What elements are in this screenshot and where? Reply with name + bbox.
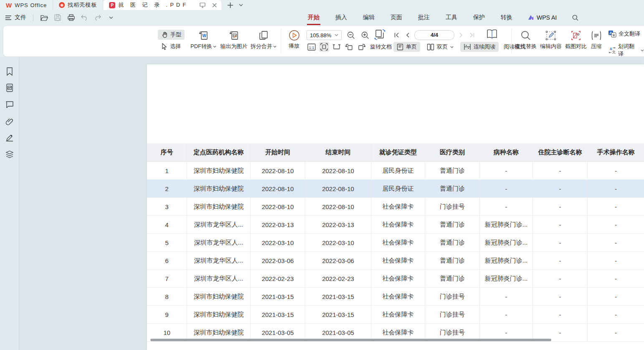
first-page-button[interactable]: [393, 30, 401, 40]
bookmark-panel-icon[interactable]: [5, 66, 15, 77]
table-cell: 社会保障卡: [371, 252, 425, 270]
quickbar-chevron-icon[interactable]: [107, 13, 115, 22]
table-row[interactable]: 4深圳市龙华区人...2022-03-132022-03-13社会保障卡普通门诊…: [147, 216, 644, 234]
table-cell: -: [588, 198, 644, 216]
pdf-page[interactable]: 序号定点医药机构名称开始时间结束时间就诊凭证类型医疗类别病种名称住院主诊断名称手…: [147, 64, 644, 350]
zoom-in-button[interactable]: [360, 30, 370, 40]
table-cell: 深圳市妇幼保健院: [187, 198, 251, 216]
rotate-doc-icon[interactable]: [373, 28, 387, 41]
table-cell: 2022-03-06: [305, 252, 371, 270]
tab-label: 找稻壳模板: [68, 1, 97, 9]
fit-page-button[interactable]: [319, 42, 329, 52]
split-merge-button[interactable]: 拆分合并: [250, 30, 277, 50]
compress-button[interactable]: 压缩: [588, 30, 605, 50]
screenshot-compare-label: 截图对比: [565, 43, 587, 50]
table-cell: 普通门诊: [425, 216, 480, 234]
actual-size-button[interactable]: 1:1: [307, 42, 317, 52]
table-row[interactable]: 7深圳市龙华区人...2022-02-232022-02-23社会保障卡普通门诊…: [147, 270, 644, 288]
table-cell: -: [588, 180, 644, 198]
table-row[interactable]: 3深圳市妇幼保健院2022-08-102022-08-10社会保障卡门诊挂号--…: [147, 198, 644, 216]
menu-item-tools[interactable]: 工具: [445, 13, 458, 22]
comment-panel-icon[interactable]: [5, 100, 15, 110]
redo-icon[interactable]: [94, 13, 102, 22]
table-row[interactable]: 6深圳市龙华区人...2022-03-062022-03-06社会保障卡普通门诊…: [147, 252, 644, 270]
new-tab-icon[interactable]: [226, 1, 234, 9]
table-cell: -: [588, 234, 644, 252]
rotate-doc-label[interactable]: 旋转文档: [369, 42, 393, 52]
close-tab-icon[interactable]: [210, 1, 218, 9]
table-cell: -: [588, 270, 644, 288]
undo-icon[interactable]: [80, 13, 89, 22]
svg-text:1:1: 1:1: [309, 45, 314, 49]
hand-tool-button[interactable]: 手型: [158, 30, 185, 40]
print-icon[interactable]: [67, 13, 75, 22]
compress-icon: [591, 30, 602, 41]
wps-pdf-window: W WPS Office ◉ 找稻壳模板 P 就 医 记 录 .PDF: [0, 0, 644, 350]
menu-item-edit[interactable]: 编辑: [362, 13, 375, 22]
continuous-reading-button[interactable]: 连续阅读: [460, 42, 499, 52]
table-cell: 2022-08-10: [251, 198, 305, 216]
table-cell: 6: [147, 252, 187, 270]
screenshot-compare-button[interactable]: 截图对比: [564, 30, 588, 50]
pdf-convert-button[interactable]: W PDF转换: [190, 30, 217, 50]
menu-item-protect[interactable]: 保护: [472, 13, 486, 22]
table-cell: 门诊挂号: [425, 288, 480, 306]
table-body: 1深圳市妇幼保健院2022-08-102022-08-10居民身份证普通门诊--…: [147, 162, 644, 342]
zoom-level-select[interactable]: 105.88%: [307, 30, 342, 40]
attachment-panel-icon[interactable]: [5, 116, 15, 126]
menu-item-convert[interactable]: 转换: [500, 13, 513, 22]
fit-width-button[interactable]: [332, 42, 342, 52]
find-replace-button[interactable]: 查找替换: [514, 30, 538, 50]
previous-page-button[interactable]: [403, 30, 412, 40]
rotate-right-button[interactable]: [357, 42, 367, 52]
full-translate-button[interactable]: A 全文翻译: [608, 30, 640, 38]
tab-list-chevron-icon[interactable]: [237, 1, 245, 9]
column-header: 开始时间: [251, 143, 305, 162]
thumbnail-panel-icon[interactable]: [5, 83, 15, 93]
tab-wps-office[interactable]: W WPS Office: [0, 0, 53, 10]
layers-panel-icon[interactable]: [5, 149, 15, 159]
table-row[interactable]: 1深圳市妇幼保健院2022-08-102022-08-10居民身份证普通门诊--…: [147, 162, 644, 180]
tab-template-store[interactable]: ◉ 找稻壳模板: [53, 0, 103, 10]
save-icon[interactable]: [53, 13, 62, 22]
split-merge-icon: [258, 30, 269, 41]
menu-item-insert[interactable]: 插入: [335, 13, 348, 22]
word-translate-icon: A文: [608, 46, 616, 54]
page-number-input[interactable]: 4/4: [414, 30, 454, 40]
compress-label: 压缩: [591, 43, 602, 50]
table-row[interactable]: 5深圳市龙华区人...2022-03-102022-03-10社会保障卡普通门诊…: [147, 234, 644, 252]
last-page-button[interactable]: [468, 30, 476, 40]
table-row[interactable]: 2深圳市妇幼保健院2022-08-102022-08-10居民身份证普通门诊--…: [147, 180, 644, 198]
rotate-left-button[interactable]: [344, 42, 354, 52]
table-cell: 居民身份证: [371, 162, 425, 180]
tab-document[interactable]: P 就 医 记 录 .PDF: [103, 0, 221, 10]
export-image-button[interactable]: 输出为图片: [219, 30, 249, 50]
table-row[interactable]: 9深圳市妇幼保健院2021-03-152021-03-15社会保障卡门诊挂号--…: [147, 306, 644, 324]
table-cell: 2021-03-15: [305, 288, 371, 306]
word-translate-button[interactable]: A文 划词翻译: [608, 43, 644, 58]
menu-search-icon[interactable]: [571, 13, 579, 22]
menu-item-home[interactable]: 开始: [307, 13, 320, 22]
hamburger-icon: [4, 13, 13, 22]
open-file-icon[interactable]: [40, 13, 48, 22]
share-to-device-icon[interactable]: [199, 1, 206, 9]
double-page-button[interactable]: 双页: [423, 42, 457, 52]
table-cell: 8: [147, 288, 187, 306]
table-row[interactable]: 8深圳市妇幼保健院2021-03-152021-03-15社会保障卡门诊挂号--…: [147, 288, 644, 306]
horizontal-scrollbar-thumb[interactable]: [150, 339, 551, 341]
next-page-button[interactable]: [457, 30, 465, 40]
play-button[interactable]: 播放: [285, 29, 303, 50]
zoom-out-button[interactable]: [346, 30, 356, 40]
read-mode-icon[interactable]: [486, 29, 498, 40]
menu-item-comment[interactable]: 批注: [417, 13, 431, 22]
table-cell: 新冠肺炎门诊...: [480, 216, 533, 234]
file-menu-button[interactable]: 文件: [4, 13, 26, 22]
signature-panel-icon[interactable]: [5, 133, 15, 143]
edit-content-button[interactable]: 编辑内容: [539, 30, 563, 50]
wps-ai-button[interactable]: WPS AI: [527, 14, 557, 21]
table-cell: 深圳市龙华区人...: [187, 234, 251, 252]
table-cell: 3: [147, 198, 187, 216]
single-page-button[interactable]: 单页: [393, 42, 420, 52]
menu-item-page[interactable]: 页面: [390, 13, 403, 22]
select-tool-button[interactable]: 选择: [158, 41, 184, 51]
